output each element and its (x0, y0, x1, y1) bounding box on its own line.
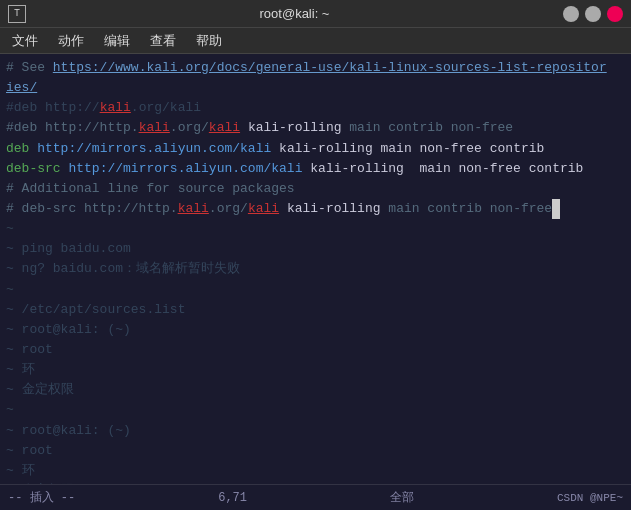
tilde-8: ~ 环 (6, 360, 625, 380)
line-text: kali (100, 98, 131, 118)
editor-line-3: #deb http://http.kali.org/kali kali-roll… (6, 118, 625, 138)
editor-line-4: deb http://mirrors.aliyun.com/kali kali-… (6, 139, 625, 159)
title-bar-left: T (8, 5, 26, 23)
line-text: # deb-src http://http. (6, 199, 178, 219)
tilde-6: ~ root@kali: (~) (6, 320, 625, 340)
line-text: .org (131, 98, 162, 118)
tilde-11: ~ root@kali: (~) (6, 421, 625, 441)
tilde-9: ~ 金定权限 (6, 380, 625, 400)
vim-mode: -- 插入 -- (8, 489, 75, 506)
editor-line-5: deb-src http://mirrors.aliyun.com/kali k… (6, 159, 625, 179)
line-text: deb (6, 139, 37, 159)
line-text: # See (6, 58, 53, 78)
tilde-13: ~ 环 (6, 461, 625, 481)
status-bar: -- 插入 -- 6,71 全部 CSDN @NPE~ (0, 484, 631, 510)
window-controls (563, 6, 623, 22)
menu-edit[interactable]: 编辑 (96, 30, 138, 52)
line-url: http://mirrors.aliyun.com/kali (37, 139, 271, 159)
title-bar: T root@kali: ~ (0, 0, 631, 28)
editor-area[interactable]: # See https://www.kali.org/docs/general-… (0, 54, 631, 484)
line-url-cont: ies/ (6, 78, 37, 98)
tilde-4: ~ (6, 280, 625, 300)
menu-help[interactable]: 帮助 (188, 30, 230, 52)
status-plugin: CSDN @NPE~ (557, 492, 623, 504)
minimize-button[interactable] (563, 6, 579, 22)
tilde-3: ~ ng? baidu.com：域名解析暂时失败 (6, 259, 625, 279)
editor-line-1: # See https://www.kali.org/docs/general-… (6, 58, 625, 78)
tilde-12: ~ root (6, 441, 625, 461)
line-text: kali (139, 118, 170, 138)
editor-line-2: #deb http://kali.org/kali (6, 98, 625, 118)
menu-action[interactable]: 动作 (50, 30, 92, 52)
tilde-1: ~ (6, 219, 625, 239)
menu-file[interactable]: 文件 (4, 30, 46, 52)
line-text: deb-src (6, 159, 68, 179)
menu-bar: 文件 动作 编辑 查看 帮助 (0, 28, 631, 54)
line-text: #deb http://http. (6, 118, 139, 138)
tilde-2: ~ ping baidu.com (6, 239, 625, 259)
editor-line-6: # Additional line for source packages (6, 179, 625, 199)
line-url: https://www.kali.org/docs/general-use/ka… (53, 58, 607, 78)
window-title: root@kali: ~ (260, 6, 330, 21)
close-button[interactable] (607, 6, 623, 22)
line-text: # Additional line for source packages (6, 179, 295, 199)
status-scroll: 全部 (390, 489, 414, 506)
line-text: #deb http:// (6, 98, 100, 118)
status-position: 6,71 (218, 491, 247, 505)
editor-line-7: # deb-src http://http.kali.org/kali kali… (6, 199, 625, 219)
menu-view[interactable]: 查看 (142, 30, 184, 52)
maximize-button[interactable] (585, 6, 601, 22)
status-left: -- 插入 -- (8, 489, 75, 506)
window-icon[interactable]: T (8, 5, 26, 23)
cursor (552, 199, 560, 219)
tilde-5: ~ /etc/apt/sources.list (6, 300, 625, 320)
tilde-7: ~ root (6, 340, 625, 360)
editor-line-1b: ies/ (6, 78, 625, 98)
line-url: http://mirrors.aliyun.com/kali (68, 159, 302, 179)
tilde-10: ~ (6, 400, 625, 420)
